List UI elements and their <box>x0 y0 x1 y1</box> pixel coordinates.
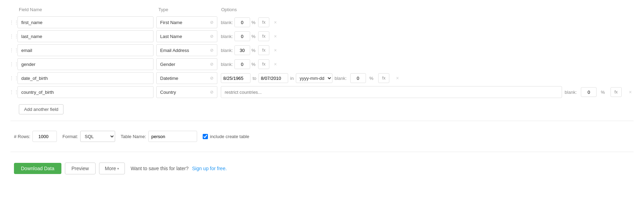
copy-icon: ⊘ <box>210 48 214 53</box>
field-row: ⋮⋮ Gender ⊘ blank: % fx × <box>10 58 634 70</box>
drag-handle[interactable]: ⋮⋮ <box>10 75 17 81</box>
type-selector[interactable]: Country ⊘ <box>156 86 217 98</box>
field-row: ⋮⋮ First Name ⊘ blank: % fx × <box>10 16 634 28</box>
field-row: ⋮⋮ Last Name ⊘ blank: % fx × <box>10 30 634 42</box>
type-selector[interactable]: Email Address ⊘ <box>156 44 217 56</box>
format-label: Format: <box>62 134 78 139</box>
format-select[interactable]: SQL CSV JSON Excel <box>80 131 115 142</box>
include-create-table-label: include create table <box>210 134 249 139</box>
copy-icon: ⊘ <box>210 76 214 81</box>
standard-options: blank: % fx × <box>221 17 278 27</box>
close-button[interactable]: × <box>272 61 278 68</box>
copy-icon: ⊘ <box>210 20 214 25</box>
rows-label: # Rows: <box>14 134 30 139</box>
blank-label: blank: <box>565 90 577 95</box>
header-field-name: Field Name <box>19 7 158 12</box>
options-area: blank: % fx × <box>221 17 634 27</box>
options-area: blank: % fx × <box>221 31 634 41</box>
type-selector[interactable]: Datetime ⊘ <box>156 72 217 84</box>
field-row: ⋮⋮ Country ⊘ blank: % fx × <box>10 86 634 98</box>
field-name-input[interactable] <box>17 86 153 98</box>
type-label: Gender <box>160 62 175 67</box>
options-area: blank: % fx × <box>221 45 634 55</box>
options-area: blank: % fx × <box>221 59 634 69</box>
drag-handle[interactable]: ⋮⋮ <box>10 33 17 39</box>
blank-input[interactable] <box>234 17 250 27</box>
close-button[interactable]: × <box>627 89 634 96</box>
table-name-label: Table Name: <box>121 134 146 139</box>
save-prompt: Want to save this for later? <box>130 166 188 171</box>
main-container: Field Name Type Options ⋮⋮ First Name ⊘ … <box>0 0 644 184</box>
fields-container: ⋮⋮ First Name ⊘ blank: % fx × ⋮⋮ Last Na… <box>10 16 634 98</box>
fx-button[interactable]: fx <box>378 73 389 83</box>
in-label: in <box>290 76 294 81</box>
drag-handle[interactable]: ⋮⋮ <box>10 61 17 67</box>
rows-group: # Rows: <box>14 131 57 142</box>
field-name-input[interactable] <box>17 58 153 70</box>
close-button[interactable]: × <box>394 75 400 82</box>
options-area: blank: % fx × <box>221 86 634 98</box>
type-selector[interactable]: Gender ⊘ <box>156 58 217 70</box>
percent-label: % <box>252 48 256 53</box>
fx-button[interactable]: fx <box>258 17 269 27</box>
percent-label: % <box>601 90 605 95</box>
blank-input[interactable] <box>234 31 250 41</box>
blank-input[interactable] <box>350 73 366 83</box>
table-header: Field Name Type Options <box>10 7 634 12</box>
country-restrict-input[interactable] <box>221 86 562 98</box>
preview-button[interactable]: Preview <box>65 163 96 174</box>
sign-up-link[interactable]: Sign up for free. <box>192 166 227 171</box>
fx-button[interactable]: fx <box>258 59 269 69</box>
blank-input[interactable] <box>234 45 250 55</box>
header-options: Options <box>221 7 237 12</box>
field-name-input[interactable] <box>17 16 153 28</box>
blank-label: blank: <box>221 48 233 53</box>
chevron-down-icon: ▾ <box>117 167 119 171</box>
close-button[interactable]: × <box>272 19 278 26</box>
percent-label: % <box>252 62 256 67</box>
field-name-input[interactable] <box>17 44 153 56</box>
table-name-group: Table Name: <box>121 131 197 142</box>
more-label: More <box>105 166 116 171</box>
blank-input[interactable] <box>234 59 250 69</box>
more-button[interactable]: More ▾ <box>99 163 125 174</box>
field-name-input[interactable] <box>17 72 153 84</box>
type-label: Country <box>160 90 176 95</box>
type-selector[interactable]: First Name ⊘ <box>156 16 217 28</box>
drag-handle[interactable]: ⋮⋮ <box>10 89 17 95</box>
drag-handle[interactable]: ⋮⋮ <box>10 47 17 53</box>
fx-button[interactable]: fx <box>258 45 269 55</box>
close-button[interactable]: × <box>272 33 278 40</box>
drag-handle[interactable]: ⋮⋮ <box>10 20 17 25</box>
country-options: blank: % fx × <box>221 86 634 98</box>
percent-label: % <box>252 20 256 25</box>
include-create-table-checkbox[interactable] <box>203 134 208 139</box>
close-button[interactable]: × <box>272 47 278 54</box>
fx-button[interactable]: fx <box>258 31 269 41</box>
include-create-table-group: include create table <box>203 134 249 139</box>
copy-icon: ⊘ <box>210 62 214 67</box>
download-button[interactable]: Download Data <box>14 163 61 174</box>
blank-label: blank: <box>221 34 233 39</box>
divider-2 <box>10 152 634 152</box>
table-name-input[interactable] <box>148 131 197 142</box>
type-selector[interactable]: Last Name ⊘ <box>156 30 217 42</box>
divider-1 <box>10 121 634 121</box>
field-row: ⋮⋮ Email Address ⊘ blank: % fx × <box>10 44 634 56</box>
fx-button[interactable]: fx <box>611 87 622 97</box>
date-from-input[interactable] <box>221 73 250 83</box>
field-name-input[interactable] <box>17 30 153 42</box>
blank-input[interactable] <box>581 87 597 97</box>
action-row: Download Data Preview More ▾ Want to sav… <box>10 158 634 177</box>
percent-label: % <box>369 76 374 81</box>
datetime-options: to in yyyy-mm-dd blank: % fx × <box>221 73 400 83</box>
type-label: First Name <box>160 20 182 25</box>
type-label: Datetime <box>160 76 178 81</box>
add-field-button[interactable]: Add another field <box>19 104 63 114</box>
date-format-select[interactable]: yyyy-mm-dd <box>296 73 332 83</box>
blank-label: blank: <box>221 20 233 25</box>
percent-label: % <box>252 34 256 39</box>
date-to-input[interactable] <box>259 73 288 83</box>
rows-input[interactable] <box>32 131 57 142</box>
format-group: Format: SQL CSV JSON Excel <box>62 131 115 142</box>
